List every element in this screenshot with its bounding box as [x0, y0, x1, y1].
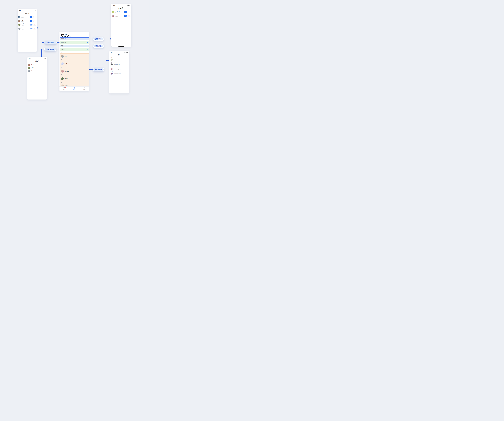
- contact-message: 你好!: [115, 12, 116, 13]
- home-indicator: [119, 46, 124, 47]
- group-row[interactable]: Company group chat: [109, 72, 129, 75]
- contact-row[interactable]: Alice: [61, 55, 85, 58]
- blacklist-row[interactable]: Abigail: [27, 63, 47, 66]
- connector-dot-group-apply: [37, 27, 38, 29]
- avatar: [61, 62, 64, 65]
- home-indicator: [116, 93, 122, 93]
- group-section-header: H (1): [111, 66, 112, 67]
- callout-blacklist-list: 黑名单列表: [44, 47, 56, 51]
- chevron-right-icon: [87, 46, 88, 46]
- reject-button[interactable]: 拒绝: [33, 16, 36, 18]
- home-indicator: [24, 51, 30, 51]
- section-header-c: C: [61, 67, 62, 68]
- reject-button[interactable]: 拒绝: [33, 28, 36, 29]
- menu-item-blacklist[interactable]: 黑名单: [60, 48, 89, 51]
- contact-name: Candy: [65, 70, 69, 72]
- screen-new-contacts: 9:41 新的联系人 Chengyang 你好! 同意 拒绝 Alice 我是 …: [111, 4, 131, 47]
- reject-button[interactable]: 拒绝: [33, 24, 36, 25]
- reject-button[interactable]: 拒绝: [33, 20, 36, 22]
- contact-list-highlight-box: Alice B Bob C Candy D David F Frank: [60, 53, 89, 86]
- accept-button[interactable]: 同意: [30, 16, 32, 18]
- avatar: [18, 28, 20, 30]
- section-header-a: A: [61, 52, 62, 53]
- contact-name: Frank: [65, 85, 68, 86]
- applicant-name: Abigail: [21, 19, 24, 21]
- section-header-b: B: [61, 59, 62, 60]
- contact-name: David: [65, 78, 68, 79]
- screen-groups: 9:41 群组 C (1) chengchen、bruce、nancy D (1…: [109, 51, 129, 94]
- tab-label: 联系人: [71, 89, 78, 90]
- status-icons: [127, 5, 130, 6]
- person-icon: [73, 87, 75, 89]
- connector-grouplist-v: [106, 46, 106, 61]
- group-section-header: C (1): [111, 57, 112, 58]
- contact-row[interactable]: Bob: [61, 62, 85, 65]
- design-canvas: 群聊申请 黑名单列表 好友申请 群聊列表 联系人列表 9:41 群组申请 Mik…: [0, 0, 149, 105]
- add-icon[interactable]: +: [86, 34, 88, 36]
- tab-chats[interactable]: 1 聊天: [61, 87, 68, 91]
- group-name: lisa、luluwang、superli: [114, 69, 122, 70]
- connector-group-apply-h3: [56, 42, 60, 43]
- new-contact-row[interactable]: Chengyang 你好! 同意 拒绝: [111, 10, 131, 14]
- avatar: [61, 55, 64, 58]
- menu-label: 群组申请: [61, 42, 66, 43]
- divider: [114, 75, 129, 75]
- tab-contacts[interactable]: 联系人: [71, 87, 78, 91]
- avatar: [111, 59, 113, 61]
- callout-label: 联系人列表: [95, 69, 102, 70]
- group-section-header: D (1): [111, 62, 112, 63]
- section-header-f: F: [61, 82, 62, 83]
- applicant-note: 申请加群: [21, 25, 24, 26]
- group-apply-row[interactable]: Adelaide 申请加群 同意 拒绝: [18, 23, 37, 26]
- accept-button[interactable]: 同意: [124, 11, 127, 13]
- avatar: [111, 68, 113, 70]
- menu-item-group-apply[interactable]: 群组申请: [60, 41, 89, 44]
- accept-button[interactable]: 同意: [124, 15, 127, 17]
- group-row[interactable]: college group chat: [109, 63, 129, 65]
- accept-button[interactable]: 同意: [30, 24, 32, 25]
- avatar: [111, 73, 113, 75]
- tab-settings[interactable]: 设置: [81, 87, 88, 91]
- accept-button[interactable]: 同意: [30, 28, 32, 29]
- connector-group-apply-h2: [42, 42, 45, 43]
- avatar: [28, 70, 30, 72]
- new-contact-row[interactable]: Alice 我是 Alice 同意 拒绝: [111, 14, 131, 18]
- status-bar: 9:41: [109, 52, 129, 53]
- group-row[interactable]: chengchen、bruce、nancy: [109, 58, 129, 61]
- alphabet-index[interactable]: A B C D F G J L M N Q S T Z: [88, 54, 89, 69]
- connector-dot-friend: [110, 38, 111, 40]
- menu-item-new-contacts[interactable]: 新的联系人: [60, 37, 89, 40]
- callout-label: 好友申请: [95, 38, 102, 40]
- reject-button[interactable]: 拒绝: [128, 15, 130, 17]
- avatar: [112, 15, 114, 17]
- group-apply-row[interactable]: Abigail 申请加群 同意 拒绝: [18, 19, 37, 23]
- blacklist-row[interactable]: Aileen: [27, 69, 47, 72]
- chevron-right-icon: [87, 49, 88, 50]
- contact-row[interactable]: David: [61, 77, 85, 80]
- connector-dot-grouplist: [108, 60, 109, 61]
- status-time: 9:41: [113, 5, 115, 6]
- contact-row[interactable]: Candy: [61, 70, 85, 72]
- menu-item-group-chat[interactable]: 群聊: [60, 45, 89, 47]
- contact-row[interactable]: Frank: [61, 84, 85, 86]
- group-apply-row[interactable]: MikeLaw 申请加群 同意 拒绝: [18, 15, 37, 19]
- reject-button[interactable]: 拒绝: [128, 11, 130, 13]
- page-title: 新的联系人: [111, 7, 131, 9]
- menu-label: 群聊: [61, 45, 63, 47]
- nav-bar: 新的联系人: [111, 7, 131, 9]
- connector-friend-h1: [89, 39, 93, 39]
- connector-group-apply-h1: [38, 28, 42, 28]
- group-row[interactable]: lisa、luluwang、superli: [109, 68, 129, 70]
- page-title: 群组: [109, 54, 129, 56]
- accept-button[interactable]: 同意: [30, 20, 32, 22]
- status-bar: 9:41: [18, 10, 37, 12]
- blacklist-row[interactable]: Adelaide: [27, 66, 47, 69]
- connector-dot-blacklist: [41, 56, 42, 57]
- applicant-note: 申请加群: [21, 29, 24, 30]
- contact-name: Chengyang: [115, 11, 120, 12]
- group-apply-row[interactable]: Aileen 申请加群 同意 拒绝: [18, 27, 37, 30]
- callout-friend-request: 好友申请: [93, 37, 104, 41]
- connector-dot-contactlist: [89, 69, 90, 70]
- divider: [114, 61, 129, 61]
- home-indicator: [34, 99, 40, 99]
